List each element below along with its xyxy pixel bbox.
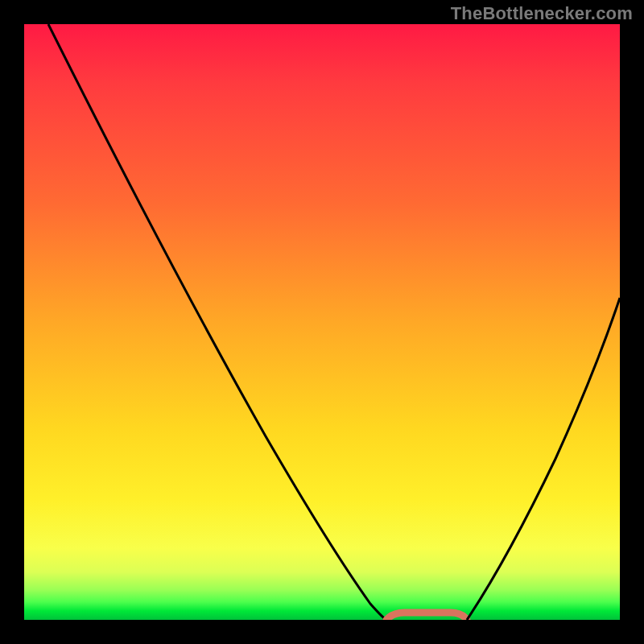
chart-frame: TheBottlenecker.com (0, 0, 644, 644)
valley-highlight (386, 613, 467, 620)
plot-area (24, 24, 620, 620)
left-curve (48, 24, 386, 620)
attribution-label: TheBottlenecker.com (451, 3, 633, 24)
right-curve (467, 298, 620, 620)
curve-layer (24, 24, 620, 620)
